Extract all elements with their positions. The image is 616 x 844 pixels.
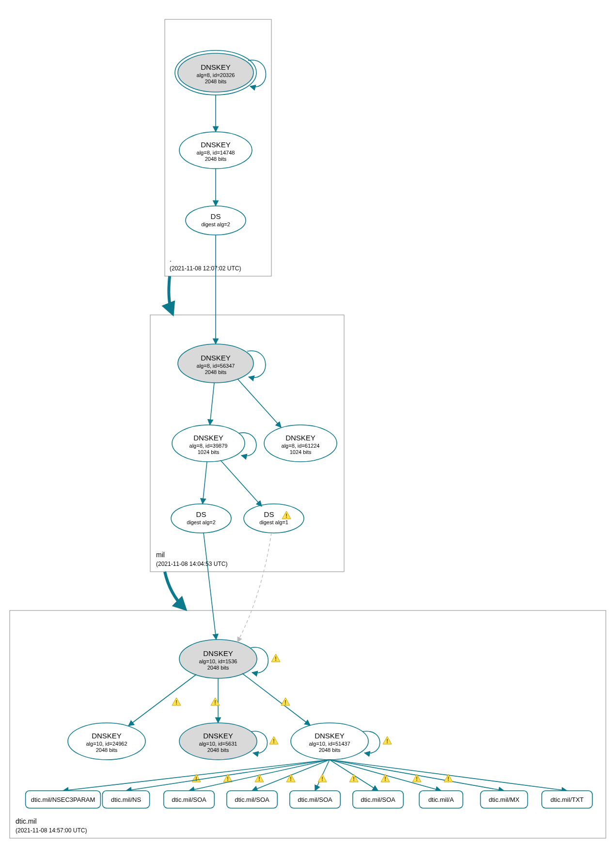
svg-text:!: ! [384,776,386,782]
edge-milds2-dticksk-dashed [237,533,271,642]
svg-text:!: ! [258,776,260,782]
warning-icon: ! [318,774,327,782]
svg-text:!: ! [447,776,449,782]
svg-point-9 [186,206,246,235]
svg-text:DNSKEY: DNSKEY [315,732,345,740]
leaf-label: dtic.mil/SOA [172,796,206,803]
svg-text:alg=8, id=56347: alg=8, id=56347 [197,363,235,369]
svg-text:!: ! [214,699,216,706]
svg-text:1024 bits: 1024 bits [198,449,220,455]
edge-milksk-milzsk2 [237,379,281,427]
leaf-label: dtic.mil/A [428,796,454,803]
svg-point-27 [244,504,304,533]
warning-icon: ! [255,774,264,782]
svg-text:2048 bits: 2048 bits [205,156,227,162]
svg-text:!: ! [275,656,277,662]
svg-text:!: ! [386,738,388,745]
leaf-label: dtic.mil/SOA [361,796,395,803]
svg-text:DS: DS [211,212,221,220]
svg-point-24 [171,504,231,533]
svg-text:!: ! [227,776,229,782]
svg-text:2048 bits: 2048 bits [205,78,227,84]
svg-text:digest alg=2: digest alg=2 [187,519,216,525]
svg-text:digest alg=1: digest alg=1 [259,519,288,525]
leaf-label: dtic.mil/SOA [298,796,332,803]
svg-text:1024 bits: 1024 bits [290,449,312,455]
node-root-ksk: DNSKEY alg=8, id=20326 2048 bits [175,50,256,95]
node-dtic-k1: DNSKEY alg=10, id=24962 2048 bits [68,723,145,760]
warning-icon: ! [381,774,390,782]
zone-dtic-time: (2021-11-08 14:57:00 UTC) [16,827,87,834]
svg-text:DNSKEY: DNSKEY [285,434,316,442]
edge-milzsk1-milds1 [203,462,207,504]
node-dtic-k3: DNSKEY alg=10, id=51437 2048 bits [291,723,368,760]
leaf-label: dtic.mil/SOA [235,796,269,803]
warning-icon: ! [271,654,280,662]
svg-text:DNSKEY: DNSKEY [201,354,231,362]
edge-dticksk-k1 [128,674,196,726]
zone-mil-name: mil [156,551,165,559]
warning-icon: ! [281,698,290,706]
svg-text:!: ! [195,776,197,782]
dnssec-diagram: . (2021-11-08 12:07:02 UTC) mil (2021-11… [0,0,616,844]
edge-dticksk-k3 [242,673,310,725]
svg-text:2048 bits: 2048 bits [205,369,227,375]
leaf-label: dtic.mil/MX [489,796,520,803]
node-mil-zsk2: DNSKEY alg=8, id=61224 1024 bits [264,425,337,462]
node-mil-ksk: DNSKEY alg=8, id=56347 2048 bits [178,344,253,383]
leaf-label: dtic.mil/NSEC3PARAM [31,796,95,803]
svg-text:!: ! [353,776,355,782]
svg-text:!: ! [175,699,177,706]
edge-milzsk1-milds2 [221,460,262,506]
svg-text:digest alg=2: digest alg=2 [201,221,230,227]
svg-text:alg=8, id=39879: alg=8, id=39879 [190,443,228,449]
zone-mil-time: (2021-11-08 14:04:53 UTC) [156,561,227,567]
node-root-ds: DS digest alg=2 [186,206,246,235]
svg-text:DNSKEY: DNSKEY [193,434,223,442]
edge-root-to-mil-zone [169,276,172,313]
svg-text:2048 bits: 2048 bits [207,747,229,753]
svg-text:2048 bits: 2048 bits [319,747,341,753]
node-mil-zsk1: DNSKEY alg=8, id=39879 1024 bits [172,425,245,462]
svg-text:alg=10, id=24962: alg=10, id=24962 [86,741,127,747]
svg-text:alg=10, id=5631: alg=10, id=5631 [199,741,237,747]
warning-icon: ! [383,736,392,745]
svg-text:DNSKEY: DNSKEY [201,141,231,149]
svg-text:DNSKEY: DNSKEY [201,63,231,71]
svg-text:DNSKEY: DNSKEY [203,732,233,740]
node-mil-ds2: DS digest alg=1 [244,504,304,533]
svg-text:!: ! [290,776,292,782]
edge-milds1-dticksk [204,533,216,640]
leaf-label: dtic.mil/NS [111,796,141,803]
svg-text:alg=8, id=61224: alg=8, id=61224 [282,443,320,449]
svg-text:alg=10, id=1536: alg=10, id=1536 [199,658,237,664]
svg-text:!: ! [284,699,286,706]
warning-icon: ! [349,774,358,782]
svg-text:!: ! [273,738,275,745]
node-dtic-ksk: DNSKEY alg=10, id=1536 2048 bits [179,640,257,678]
svg-text:DNSKEY: DNSKEY [92,732,122,740]
edge-milksk-milzsk1 [210,383,214,425]
zone-root-time: (2021-11-08 12:07:02 UTC) [170,265,241,272]
svg-text:!: ! [285,513,287,519]
svg-text:DS: DS [264,510,274,518]
svg-text:DNSKEY: DNSKEY [203,649,233,657]
svg-text:alg=10, id=51437: alg=10, id=51437 [309,741,350,747]
node-root-zsk: DNSKEY alg=8, id=14748 2048 bits [179,132,252,169]
svg-text:2048 bits: 2048 bits [207,665,229,671]
edge-mil-to-dtic-zone [165,572,184,608]
node-mil-ds1: DS digest alg=2 [171,504,231,533]
svg-text:alg=8, id=20326: alg=8, id=20326 [197,72,235,78]
zone-root-name: . [170,255,172,263]
svg-text:2048 bits: 2048 bits [96,747,118,753]
svg-text:!: ! [321,776,323,782]
warning-icon: ! [286,774,295,782]
warning-icon: ! [269,736,278,745]
svg-text:!: ! [416,776,418,782]
warning-icon: ! [172,698,181,706]
svg-text:DS: DS [196,510,206,518]
leaf-label: dtic.mil/TXT [551,796,584,803]
zone-dtic-name: dtic.mil [16,817,37,825]
node-dtic-k2: DNSKEY alg=10, id=5631 2048 bits [179,723,257,760]
svg-text:alg=8, id=14748: alg=8, id=14748 [197,150,235,156]
